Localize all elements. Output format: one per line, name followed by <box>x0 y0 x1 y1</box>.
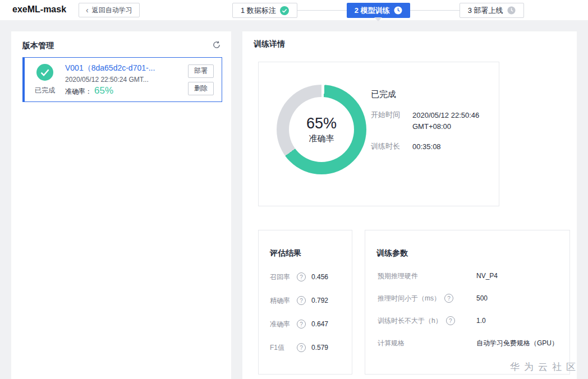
param-label-text: 训练时长不大于（h） <box>378 316 442 326</box>
param-value: NV_P4 <box>476 272 498 280</box>
summary-row: 开始时间 2020/05/12 22:50:46 GMT+08:00 <box>371 110 497 132</box>
step-model-training[interactable]: 2 模型训练 <box>347 3 410 18</box>
param-value: 自动学习免费规格（GPU） <box>476 339 558 348</box>
step-label: 3 部署上线 <box>468 6 503 16</box>
param-row-inference-time: 推理时间小于（ms） ? 500 <box>378 292 561 304</box>
evaluation-title: 评估结果 <box>270 248 301 258</box>
refresh-button[interactable] <box>211 39 222 52</box>
param-label: 训练时长不大于（h） ? <box>378 316 455 326</box>
training-panel: 训练详情 65% 准确率 已完成 开始时间 2020/05/12 22:50:4… <box>242 31 577 379</box>
donut-metric-label: 准确率 <box>309 133 334 144</box>
clock-icon <box>507 6 516 15</box>
version-timestamp: 2020/05/12 22:50:24 GMT... <box>65 76 188 84</box>
param-label-text: 计算规格 <box>378 339 405 348</box>
clock-icon <box>394 6 402 15</box>
param-label-text: 预期推理硬件 <box>378 271 418 281</box>
param-value: 500 <box>476 294 488 302</box>
version-id-text: （8da65d2c-d701-... <box>84 63 155 72</box>
metric-value: 0.579 <box>311 344 328 352</box>
back-to-exeml-button[interactable]: ‹ 返回自动学习 <box>79 3 140 17</box>
check-circle-icon <box>36 64 53 83</box>
training-status: 已完成 <box>371 89 497 100</box>
metric-row-f1: F1值 ? 0.579 <box>270 341 346 354</box>
param-label: 计算规格 <box>378 339 405 348</box>
version-info: V001（8da65d2c-d701-... 2020/05/12 22:50:… <box>65 63 188 96</box>
version-panel-header: 版本管理 <box>22 39 222 52</box>
help-icon[interactable]: ? <box>297 343 306 352</box>
version-status-label: 已完成 <box>35 86 55 95</box>
version-accuracy: 准确率： 65% <box>65 85 188 96</box>
help-icon[interactable]: ? <box>297 272 306 281</box>
parameters-title: 训练参数 <box>376 248 408 258</box>
refresh-icon <box>212 43 221 51</box>
summary-row: 训练时长 00:35:08 <box>371 141 497 152</box>
version-status: 已完成 <box>25 64 65 95</box>
metric-row-precision: 精确率 ? 0.792 <box>270 294 346 307</box>
delete-button[interactable]: 删除 <box>188 82 214 95</box>
check-circle-icon <box>280 6 289 15</box>
metric-row-recall: 召回率 ? 0.456 <box>270 271 346 283</box>
chevron-left-icon: ‹ <box>86 6 89 14</box>
accuracy-donut-chart: 65% 准确率 <box>277 85 366 174</box>
page-title: exeML-mask <box>12 4 66 15</box>
param-label: 推理时间小于（ms） ? <box>378 294 453 303</box>
version-actions: 部署 删除 <box>188 64 214 95</box>
metric-label: F1值 <box>270 343 297 353</box>
version-accuracy-value: 65% <box>94 85 113 96</box>
stepper-connector <box>297 10 347 11</box>
param-label-text: 推理时间小于（ms） <box>378 294 440 303</box>
stepper-connector <box>410 10 460 11</box>
parameters-card: 训练参数 预期推理硬件 NV_P4 推理时间小于（ms） ? 500 <box>365 230 570 375</box>
training-summary-info: 已完成 开始时间 2020/05/12 22:50:46 GMT+08:00 训… <box>371 89 497 161</box>
duration-value: 00:35:08 <box>412 141 497 152</box>
version-panel-title: 版本管理 <box>22 41 54 51</box>
parameter-rows: 预期推理硬件 NV_P4 推理时间小于（ms） ? 500 训练时长不大于（h）… <box>378 270 561 359</box>
step-label: 1 数据标注 <box>241 6 276 16</box>
training-summary-card: 65% 准确率 已完成 开始时间 2020/05/12 22:50:46 GMT… <box>258 62 499 206</box>
metric-row-accuracy: 准确率 ? 0.647 <box>270 318 346 330</box>
help-icon[interactable]: ? <box>446 316 455 325</box>
start-time-value: 2020/05/12 22:50:46 GMT+08:00 <box>412 110 497 132</box>
help-icon[interactable]: ? <box>444 294 453 303</box>
metric-value: 0.792 <box>311 297 328 304</box>
duration-label: 训练时长 <box>371 141 412 152</box>
training-panel-title: 训练详情 <box>254 39 285 49</box>
donut-value: 65% <box>306 115 337 132</box>
step-data-labeling[interactable]: 1 数据标注 <box>232 3 297 18</box>
metric-value: 0.456 <box>311 273 328 281</box>
evaluation-rows: 召回率 ? 0.456 精确率 ? 0.792 准确率 ? 0.647 F1值 … <box>270 271 346 365</box>
metric-label: 准确率 <box>270 320 297 329</box>
step-label: 2 模型训练 <box>355 6 390 16</box>
param-row-hardware: 预期推理硬件 NV_P4 <box>378 270 561 282</box>
metric-label: 召回率 <box>270 272 297 282</box>
training-panel-header: 训练详情 <box>254 39 568 49</box>
version-card-v001[interactable]: 已完成 V001（8da65d2c-d701-... 2020/05/12 22… <box>22 57 222 102</box>
watermark: 华为云社区 <box>510 360 580 373</box>
help-icon[interactable]: ? <box>297 296 306 305</box>
evaluation-card: 评估结果 召回率 ? 0.456 精确率 ? 0.792 准确率 ? 0.647 <box>258 230 352 375</box>
version-name: V001（8da65d2c-d701-... <box>65 63 188 73</box>
metric-value: 0.647 <box>311 320 328 328</box>
param-row-training-duration: 训练时长不大于（h） ? 1.0 <box>378 315 561 327</box>
donut-center: 65% 准确率 <box>289 97 354 162</box>
deploy-button[interactable]: 部署 <box>188 64 214 78</box>
help-icon[interactable]: ? <box>297 320 306 329</box>
back-button-label: 返回自动学习 <box>92 6 132 15</box>
param-label: 预期推理硬件 <box>378 271 418 281</box>
exeml-screen: exeML-mask ‹ 返回自动学习 1 数据标注 2 模型训练 3 部署上线 <box>0 0 588 379</box>
param-value: 1.0 <box>476 317 486 325</box>
metric-label: 精确率 <box>270 296 297 306</box>
version-name-text: V001 <box>65 63 84 72</box>
topbar: exeML-mask ‹ 返回自动学习 1 数据标注 2 模型训练 3 部署上线 <box>0 0 588 20</box>
step-deployment[interactable]: 3 部署上线 <box>460 3 524 18</box>
param-row-compute-spec: 计算规格 自动学习免费规格（GPU） <box>378 337 561 349</box>
version-accuracy-label: 准确率： <box>65 87 92 96</box>
version-panel: 版本管理 已完成 V001（8da65d2c-d701-... <box>11 31 231 379</box>
start-time-label: 开始时间 <box>371 110 412 132</box>
workflow-stepper: 1 数据标注 2 模型训练 3 部署上线 <box>232 3 524 18</box>
